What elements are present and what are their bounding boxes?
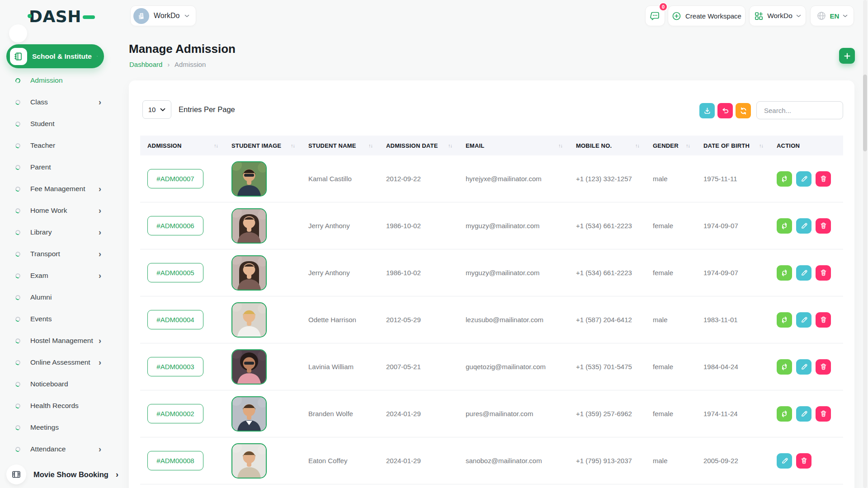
delete-action-button[interactable] <box>816 171 831 187</box>
student-email: pures@mailinator.com <box>466 410 533 418</box>
workdo-menu-label: WorkDo <box>767 12 793 20</box>
swap-action-button[interactable] <box>777 265 792 281</box>
sidebar-item-alumni[interactable]: Alumni <box>0 286 109 308</box>
delete-action-button[interactable] <box>816 406 831 422</box>
student-email: myguzy@mailinator.com <box>466 269 540 277</box>
sidebar-item-noticeboard[interactable]: Noticeboard <box>0 373 109 395</box>
column-header-student-name[interactable]: STUDENT NAME↑↓ <box>301 136 379 155</box>
date-of-birth: 1983-11-01 <box>703 316 738 324</box>
sidebar-item-library[interactable]: Library› <box>0 221 109 243</box>
student-photo <box>231 302 267 338</box>
student-email: sanoboz@mailinator.com <box>466 457 542 465</box>
logo-dash <box>83 15 95 19</box>
delete-action-button[interactable] <box>816 218 831 234</box>
student-photo <box>231 161 267 197</box>
breadcrumb-dashboard-link[interactable]: Dashboard <box>129 61 162 68</box>
edit-icon <box>800 174 808 183</box>
swap-action-button[interactable] <box>777 171 792 187</box>
student-gender: female <box>653 222 673 230</box>
sidebar-item-hostel-management[interactable]: Hostel Management› <box>0 330 109 352</box>
student-mobile: +1 (534) 661-2223 <box>576 222 632 230</box>
column-header-mobile-no-[interactable]: MOBILE NO.↑↓ <box>569 136 646 155</box>
workdo-menu-button[interactable]: WorkDo <box>749 5 806 26</box>
edit-icon <box>800 268 808 277</box>
sidebar-item-admission[interactable]: Admission <box>0 70 109 91</box>
sidebar-toggle-button[interactable] <box>9 24 27 42</box>
refresh-button[interactable] <box>736 103 751 118</box>
sidebar-item-health-records[interactable]: Health Records <box>0 395 109 417</box>
entries-per-page-select[interactable]: 10 <box>142 100 171 119</box>
sidebar-item-teacher[interactable]: Teacher <box>0 135 109 156</box>
language-code: EN <box>830 12 840 20</box>
column-header-admission[interactable]: ADMISSION↑↓ <box>140 136 224 155</box>
chevron-right-icon: › <box>99 337 101 345</box>
sidebar-item-class[interactable]: Class› <box>0 91 109 113</box>
sidebar-item-label: Student <box>30 120 101 128</box>
scrollbar-thumb[interactable] <box>863 75 867 151</box>
sidebar-item-movie-show-booking[interactable]: Movie Show Booking › <box>6 465 118 484</box>
workspace-selector[interactable]: WorkDo <box>130 5 196 26</box>
column-header-student-image[interactable]: STUDENT IMAGE↑↓ <box>224 136 301 155</box>
edit-action-button[interactable] <box>796 171 811 187</box>
swap-icon <box>780 315 789 324</box>
plus-icon <box>844 52 851 60</box>
sidebar-item-online-assessment[interactable]: Online Assessment› <box>0 352 109 373</box>
bullet-icon <box>14 403 21 409</box>
sidebar-item-label: Health Records <box>30 402 101 410</box>
swap-action-button[interactable] <box>777 218 792 234</box>
delete-icon <box>819 174 828 183</box>
delete-action-button[interactable] <box>816 312 831 328</box>
date-of-birth: 1975-11-11 <box>703 175 737 183</box>
export-button[interactable] <box>699 103 715 118</box>
sidebar-item-attendance[interactable]: Attendance› <box>0 438 109 460</box>
sidebar-item-meetings[interactable]: Meetings <box>0 417 109 438</box>
edit-action-button[interactable] <box>777 453 792 469</box>
column-header-date-of-birth[interactable]: DATE OF BIRTH↑↓ <box>696 136 769 155</box>
edit-action-button[interactable] <box>796 265 811 281</box>
edit-action-button[interactable] <box>796 406 811 422</box>
sidebar-item-exam[interactable]: Exam› <box>0 265 109 286</box>
column-header-admission-date[interactable]: ADMISSION DATE↑↓ <box>379 136 458 155</box>
sidebar-item-events[interactable]: Events <box>0 308 109 330</box>
edit-action-button[interactable] <box>796 218 811 234</box>
undo-icon <box>721 107 730 115</box>
search-input[interactable] <box>756 101 843 119</box>
sidebar-item-student[interactable]: Student <box>0 113 109 135</box>
sidebar-item-label: Movie Show Booking <box>33 470 108 479</box>
delete-action-button[interactable] <box>816 265 831 281</box>
swap-action-button[interactable] <box>777 406 792 422</box>
column-header-gender[interactable]: GENDER↑↓ <box>646 136 696 155</box>
sidebar-item-fee-management[interactable]: Fee Management› <box>0 178 109 200</box>
sidebar-item-transport[interactable]: Transport› <box>0 243 109 265</box>
swap-action-button[interactable] <box>777 312 792 328</box>
entries-per-page-label: Entries Per Page <box>179 105 235 114</box>
sidebar-item-home-work[interactable]: Home Work› <box>0 200 109 221</box>
delete-action-button[interactable] <box>796 453 811 469</box>
chevron-down-icon <box>160 108 165 112</box>
messages-button[interactable]: 0 <box>645 5 665 26</box>
module-label: School & Institute <box>32 52 92 61</box>
bullet-icon <box>14 77 21 84</box>
plus-circle-icon <box>672 11 681 21</box>
edit-icon <box>780 456 789 465</box>
table-row: #ADM00008Eaton Coffey2024-01-29sanoboz@m… <box>140 437 843 484</box>
swap-action-button[interactable] <box>777 359 792 375</box>
edit-action-button[interactable] <box>796 359 811 375</box>
sidebar-item-label: Class <box>30 98 99 106</box>
admission-date: 2012-05-29 <box>386 316 421 324</box>
module-selector-button[interactable]: School & Institute <box>6 44 104 68</box>
create-workspace-button[interactable]: Create Workspace <box>668 5 745 26</box>
bullet-icon <box>14 229 21 235</box>
admission-date: 2024-01-29 <box>386 457 421 465</box>
bullet-icon <box>14 359 21 366</box>
reset-button[interactable] <box>717 103 733 118</box>
chat-icon <box>650 10 660 21</box>
edit-action-button[interactable] <box>796 312 811 328</box>
student-mobile: +1 (359) 257-6962 <box>576 410 632 418</box>
add-admission-button[interactable] <box>839 48 855 64</box>
scrollbar-track[interactable] <box>863 0 867 488</box>
column-header-email[interactable]: EMAIL↑↓ <box>458 136 569 155</box>
sidebar-item-parent[interactable]: Parent <box>0 156 109 178</box>
delete-action-button[interactable] <box>816 359 831 375</box>
language-selector[interactable]: EN <box>810 5 854 26</box>
